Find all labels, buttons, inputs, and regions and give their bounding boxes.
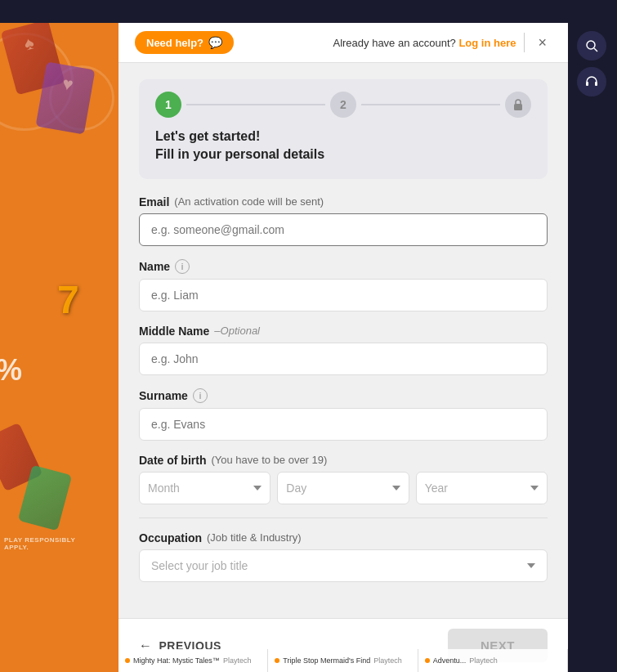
already-account-text: Already have an account? Log in here [333,37,516,49]
name-info-icon[interactable]: i [175,259,190,274]
header-divider [524,33,525,52]
dob-field-group: Date of birth (You have to be over 19) M… [139,454,548,504]
game-name-2: Triple Stop Mermaid's Find [283,656,370,665]
game-dot-1 [125,658,130,663]
occupation-sub-label: (Job title & Industry) [207,531,302,544]
game-dot-3 [425,658,430,663]
svg-point-0 [587,41,595,49]
email-label: Email (An activation code will be sent) [139,195,548,208]
bottom-games-strip: Mighty Hat: Mystic Tales™ Playtech Tripl… [118,649,568,672]
occupation-label: Occupation (Job title & Industry) [139,531,548,544]
bottom-game-1[interactable]: Mighty Hat: Mystic Tales™ Playtech [118,649,268,672]
game-name-3: Adventu... [433,656,467,665]
game-provider-1: Playtech [223,656,252,665]
section-divider [139,517,548,518]
occupation-label-text: Occupation [139,531,202,544]
step-line-1 [186,104,325,105]
responsible-text: PLAY RESPONSIBLYAPPLY. [4,536,75,551]
surname-label-text: Surname [139,389,188,402]
name-input[interactable] [139,279,548,311]
dob-label: Date of birth (You have to be over 19) [139,454,548,467]
step-title: Let's get started! Fill in your personal… [155,128,531,164]
step-title-line2: Fill in your personal details [155,146,531,164]
middle-name-label-text: Middle Name [139,325,209,338]
search-icon[interactable] [577,31,606,60]
middle-name-optional-text: –Optional [214,325,260,337]
lock-icon [512,98,525,111]
email-input[interactable] [139,213,548,246]
middle-name-label: Middle Name –Optional [139,325,548,338]
modal-body: 1 2 Let's get started! Fill in your pers… [118,63,568,618]
name-label-text: Name [139,260,170,273]
need-help-button[interactable]: Need help? 💬 [135,31,234,54]
chat-bubble-icon: 💬 [208,36,222,49]
step-2-circle: 2 [330,92,356,118]
email-field-group: Email (An activation code will be sent) [139,195,548,246]
dob-label-text: Date of birth [139,454,206,467]
progress-steps: 1 2 Let's get started! Fill in your pers… [139,79,548,179]
percent-text: % [0,353,22,388]
job-title-select[interactable]: Select your job title [139,549,548,582]
step-line-2 [361,104,500,105]
name-field-group: Name i [139,259,548,311]
modal: Need help? 💬 Already have an account? Lo… [118,23,568,672]
top-bar [0,0,617,23]
dob-day-select[interactable]: Day 123456789101112131415161718192021222… [277,472,409,504]
bottom-spacer [139,595,548,612]
surname-input[interactable] [139,408,548,441]
svg-rect-4 [514,104,522,110]
game-provider-3: Playtech [469,656,498,665]
surname-info-icon[interactable]: i [193,388,208,403]
right-sidebar [566,23,617,672]
svg-rect-2 [586,82,588,86]
game-dot-2 [275,658,279,663]
left-decorative-panel: ♠ ♥ 7 % PLAY RESPONSIBLYAPPLY. [0,0,118,649]
dob-month-select[interactable]: Month JanuaryFebruaryMarchAprilMayJuneJu… [139,472,270,504]
svg-rect-3 [595,82,597,86]
email-sub-label: (An activation code will be sent) [174,195,324,208]
already-account-static: Already have an account? [333,37,455,49]
occupation-field-group: Occupation (Job title & Industry) Select… [139,531,548,582]
dob-sub-label: (You have to be over 19) [211,454,327,466]
game-provider-2: Playtech [373,656,402,665]
step-title-line1: Let's get started! [155,128,531,146]
dob-year-select[interactable]: Year 20052004200320022001200019991998199… [416,472,548,504]
name-label: Name i [139,259,548,274]
middle-name-input[interactable] [139,343,548,375]
deco-number-7: 7 [57,277,79,322]
step-2-number: 2 [340,98,347,111]
middle-name-field-group: Middle Name –Optional [139,325,548,375]
need-help-label: Need help? [146,37,203,49]
dob-selects-row: Month JanuaryFebruaryMarchAprilMayJuneJu… [139,472,548,504]
step-1-circle: 1 [155,92,181,118]
step-1-number: 1 [165,98,172,111]
step-3-circle [505,92,531,118]
header-right: Already have an account? Log in here × [333,33,552,53]
surname-label: Surname i [139,388,548,403]
svg-line-1 [594,48,597,52]
steps-row: 1 2 [155,92,531,118]
login-link[interactable]: Log in here [458,37,516,49]
bottom-game-3[interactable]: Adventu... Playtech [418,649,568,672]
headset-icon[interactable] [577,67,606,96]
game-name-1: Mighty Hat: Mystic Tales™ [133,656,220,665]
email-label-text: Email [139,195,169,208]
surname-field-group: Surname i [139,388,548,441]
modal-header: Need help? 💬 Already have an account? Lo… [118,23,568,63]
close-button[interactable]: × [533,33,552,53]
bottom-game-2[interactable]: Triple Stop Mermaid's Find Playtech [268,649,418,672]
